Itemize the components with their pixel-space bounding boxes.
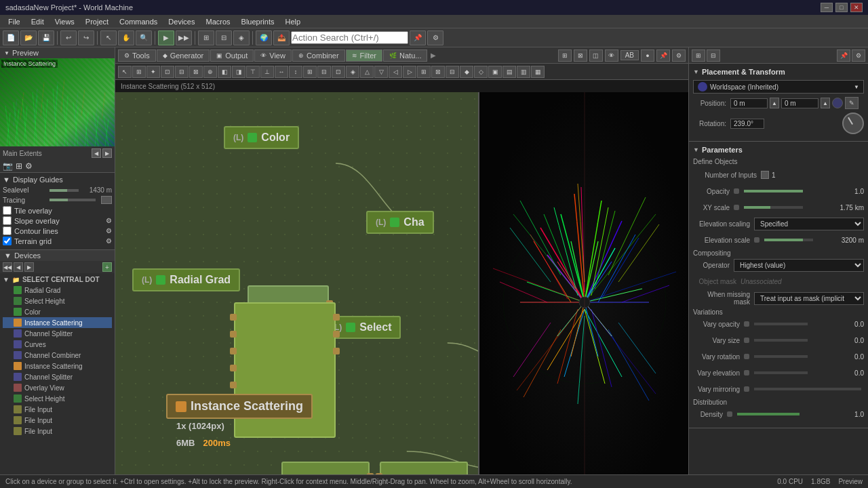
view-icon-btn-1[interactable]: ⊞ xyxy=(558,49,572,62)
sub-btn-17[interactable]: ◈ xyxy=(346,66,359,78)
menu-edit[interactable]: Edit xyxy=(26,16,50,27)
bottom-node-left[interactable] xyxy=(281,462,370,474)
settings-canvas-btn[interactable]: ⚙ xyxy=(672,49,686,62)
save-button[interactable]: 💾 xyxy=(38,30,54,45)
settings-button[interactable]: ⚙ xyxy=(427,30,443,45)
tracing-slider[interactable] xyxy=(50,199,96,201)
tab-view[interactable]: 👁 View xyxy=(254,49,292,62)
device-item-curves[interactable]: Curves xyxy=(3,339,112,350)
right-tb-pin[interactable]: 📌 xyxy=(837,49,850,62)
terrain-grid-checkbox[interactable] xyxy=(3,237,12,245)
display-guides-header[interactable]: ▼ Display Guides xyxy=(3,176,112,184)
tracing-color-picker[interactable] xyxy=(101,196,112,204)
device-item-overlay-view[interactable]: Overlay View xyxy=(3,382,112,393)
xy-scale-slider[interactable] xyxy=(744,206,803,209)
sub-btn-15[interactable]: ⊟ xyxy=(317,66,331,78)
devices-fwd-btn[interactable]: ▶ xyxy=(24,262,34,272)
vary-mirroring-slider[interactable] xyxy=(754,388,861,390)
node-instance-scattering[interactable]: Instance Scattering xyxy=(166,394,313,419)
sub-btn-30[interactable]: ▦ xyxy=(531,66,545,78)
elev-scaling-select[interactable]: Specified Auto xyxy=(754,218,864,230)
density-dot[interactable] xyxy=(727,411,732,417)
export-button[interactable]: 📤 xyxy=(273,30,290,45)
node-cha[interactable]: (L) Cha xyxy=(366,211,434,234)
sub-btn-12[interactable]: ↔ xyxy=(275,66,288,78)
device-item-instance-scattering-1[interactable]: Instance Scattering xyxy=(3,317,112,328)
density-slider[interactable] xyxy=(737,413,800,415)
sub-btn-25[interactable]: ◆ xyxy=(460,66,473,78)
tab-tools[interactable]: ⚙ Tools xyxy=(118,49,156,62)
sub-btn-19[interactable]: ▽ xyxy=(374,66,388,78)
device-group-header[interactable]: ▼ 📁 SELECT CENTRAL DOT xyxy=(3,274,112,285)
position-y-input[interactable] xyxy=(781,98,818,108)
right-tb-1[interactable]: ⊞ xyxy=(692,49,705,62)
node-color[interactable]: (L) Color xyxy=(224,126,299,149)
vary-opacity-slider[interactable] xyxy=(754,323,808,325)
preview-icon-settings[interactable]: ⚙ xyxy=(25,161,33,171)
vary-rotation-dot[interactable] xyxy=(744,354,749,359)
position-lock[interactable] xyxy=(832,98,843,108)
sub-btn-14[interactable]: ⊞ xyxy=(303,66,317,78)
sub-btn-26[interactable]: ◇ xyxy=(474,66,488,78)
right-tb-2[interactable]: ⊟ xyxy=(707,49,720,62)
slope-overlay-checkbox[interactable] xyxy=(3,216,12,225)
build-all-button[interactable]: ▶▶ xyxy=(176,30,192,45)
world-button[interactable]: 🌍 xyxy=(256,30,272,45)
worldspace-dropdown[interactable]: Worldspace (Inherited) ▼ xyxy=(693,80,864,94)
opacity-slider[interactable] xyxy=(744,190,803,192)
rotation-dial[interactable] xyxy=(842,113,864,134)
vary-size-dot[interactable] xyxy=(744,338,749,343)
layout-button[interactable]: ⊞ xyxy=(198,30,214,45)
position-edit[interactable]: ✎ xyxy=(845,97,859,109)
device-item-color[interactable]: Color xyxy=(3,306,112,317)
preview-prev-btn[interactable]: ◀ xyxy=(92,148,101,158)
view-icon-btn-3[interactable]: ◫ xyxy=(589,49,603,62)
device-item-channel-splitter-1[interactable]: Channel Splitter xyxy=(3,328,112,339)
operator-select[interactable]: Highest (value) xyxy=(734,259,864,272)
tile-overlay-checkbox[interactable] xyxy=(3,206,12,215)
minimize-button[interactable]: ─ xyxy=(821,3,833,12)
sub-btn-6[interactable]: ⊠ xyxy=(189,66,203,78)
pos-x-up[interactable]: ▲ xyxy=(770,98,779,108)
device-item-radial-grad[interactable]: Radial Grad xyxy=(3,285,112,296)
elev-scale-slider[interactable] xyxy=(764,239,813,241)
node-radial-grad[interactable]: (L) Radial Grad xyxy=(132,268,240,291)
sub-btn-1[interactable]: ↖ xyxy=(118,66,132,78)
devices-prev-btn[interactable]: ◀◀ xyxy=(3,262,12,272)
menu-help[interactable]: Help xyxy=(279,16,306,27)
menu-commands[interactable]: Commands xyxy=(114,16,163,27)
close-button[interactable]: ✕ xyxy=(850,3,863,12)
slope-overlay-gear[interactable]: ⚙ xyxy=(106,217,112,224)
bottom-node-right[interactable] xyxy=(380,462,468,474)
menu-blueprints[interactable]: Blueprints xyxy=(236,16,280,27)
tab-combiner[interactable]: ⊕ Combiner xyxy=(292,49,345,62)
vary-opacity-dot[interactable] xyxy=(744,321,749,327)
view-icon-btn-4[interactable]: 👁 xyxy=(605,49,618,62)
device-item-file-input-1[interactable]: File Input xyxy=(3,404,112,415)
sub-btn-2[interactable]: ⊞ xyxy=(132,66,146,78)
sub-btn-13[interactable]: ↕ xyxy=(289,66,302,78)
restore-button[interactable]: □ xyxy=(835,3,848,12)
vary-mirroring-dot[interactable] xyxy=(744,386,749,392)
missing-mask-select[interactable]: Treat input as mask (implicit xyxy=(754,292,864,305)
sub-btn-18[interactable]: △ xyxy=(360,66,374,78)
select-button[interactable]: ↖ xyxy=(100,30,117,45)
tab-generator[interactable]: ◆ Generator xyxy=(157,49,210,62)
preview-icon-layers[interactable]: ⊞ xyxy=(16,161,22,171)
build-button[interactable]: ▶ xyxy=(158,30,174,45)
sub-btn-3[interactable]: ✦ xyxy=(146,66,160,78)
menu-views[interactable]: Views xyxy=(50,16,80,27)
opacity-dot[interactable] xyxy=(734,188,739,194)
num-inputs-minus[interactable] xyxy=(761,171,769,179)
view-icon-btn-5[interactable]: ● xyxy=(641,49,654,62)
view3d-button[interactable]: ◈ xyxy=(233,30,250,45)
tab-output[interactable]: ▣ Output xyxy=(210,49,254,62)
menu-file[interactable]: File xyxy=(3,16,26,27)
vary-elevation-slider[interactable] xyxy=(754,371,808,374)
device-item-file-input-2[interactable]: File Input xyxy=(3,415,112,426)
sub-btn-16[interactable]: ⊡ xyxy=(332,66,345,78)
sub-btn-22[interactable]: ⊞ xyxy=(417,66,431,78)
vary-size-slider[interactable] xyxy=(754,339,808,342)
zoom-button[interactable]: 🔍 xyxy=(136,30,152,45)
more-tabs-arrow[interactable]: ▶ xyxy=(431,52,436,59)
